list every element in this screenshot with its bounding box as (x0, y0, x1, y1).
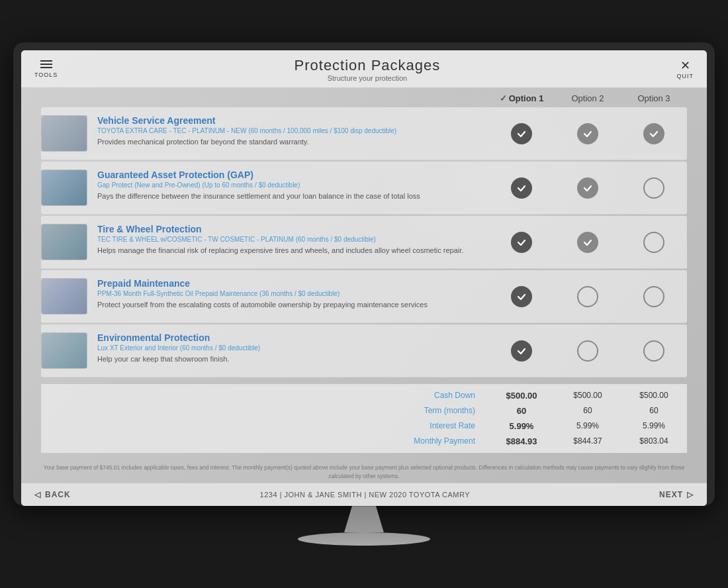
product-row-tire: Tire & Wheel Protection TEC TIRE & WHEEL… (41, 216, 687, 269)
product-desc-gap: Pays the difference between the insuranc… (97, 191, 488, 201)
product-name-prepaid: Prepaid Maintenance (97, 278, 488, 289)
footer-note: Your base payment of $745.01 includes ap… (21, 460, 707, 483)
cashdown-label: Cash Down (383, 391, 488, 400)
product-subtitle-tire: TEC TIRE & WHEEL w/COSMETIC - TW COSMETI… (97, 236, 488, 243)
product-row-gap: Guaranteed Asset Protection (GAP) Gap Pr… (41, 162, 687, 215)
bottom-bar: ◁ BACK 1234 | JOHN & JANE SMITH | NEW 20… (21, 483, 707, 506)
deal-info: 1234 | JOHN & JANE SMITH | NEW 2020 TOYO… (260, 491, 470, 499)
hamburger-icon (40, 60, 52, 68)
product-subtitle-vsa: TOYOTA EXTRA CARE - TEC - PLATINUM - NEW… (97, 127, 488, 134)
product-name-gap: Guaranteed Asset Protection (GAP) (97, 170, 488, 180)
next-arrow-icon: ▷ (687, 490, 694, 499)
option-circles-gap (488, 170, 687, 199)
tire-option3-circle[interactable] (643, 232, 664, 253)
product-desc-vsa: Provides mechanical protection far beyon… (97, 137, 488, 147)
term-col2: 60 (555, 406, 621, 415)
option-circles-tire (488, 224, 687, 253)
cashdown-col1: $500.00 (488, 391, 555, 401)
product-image-env (41, 332, 87, 369)
check-mark: ✓ (500, 93, 507, 103)
monthly-col1: $884.93 (488, 436, 555, 446)
rate-col2: 5.99% (555, 421, 621, 430)
tire-option1-circle[interactable] (511, 232, 532, 253)
monitor-stand (298, 506, 430, 546)
gap-option3-circle[interactable] (643, 177, 664, 199)
term-label: Term (months) (383, 406, 488, 415)
product-desc-prepaid: Protect yourself from the escalating cos… (97, 300, 488, 310)
product-subtitle-env: Lux XT Exterior and Interior (60 months … (97, 344, 488, 352)
term-col1: 60 (488, 406, 555, 416)
next-label: NEXT (659, 490, 683, 499)
product-row-prepaid: Prepaid Maintenance PPM-36 Month Full-Sy… (41, 270, 687, 323)
vsa-option1-circle[interactable] (511, 123, 532, 144)
product-row-env: Environmental Protection Lux XT Exterior… (41, 324, 687, 377)
page-title: Protection Packages (295, 57, 441, 74)
product-info-vsa: Vehicle Service Agreement TOYOTA EXTRA C… (97, 115, 488, 147)
tire-option2-circle[interactable] (577, 232, 598, 253)
option-circles-prepaid (488, 278, 687, 307)
next-button[interactable]: NEXT ▷ (659, 490, 694, 499)
product-name-vsa: Vehicle Service Agreement (97, 115, 488, 126)
gap-option2-circle[interactable] (577, 177, 598, 199)
prepaid-option1-circle[interactable] (511, 286, 532, 307)
product-row-vsa: Vehicle Service Agreement TOYOTA EXTRA C… (41, 107, 687, 160)
term-col3: 60 (621, 406, 687, 415)
pricing-row-cashdown: Cash Down $500.00 $500.00 $500.00 (41, 388, 687, 403)
product-info-tire: Tire & Wheel Protection TEC TIRE & WHEEL… (97, 224, 488, 256)
pricing-table: Cash Down $500.00 $500.00 $500.00 Term (… (41, 384, 687, 453)
gap-option1-circle[interactable] (511, 177, 532, 199)
product-name-env: Environmental Protection (97, 332, 488, 343)
close-icon: ✕ (680, 60, 690, 72)
option-circles-env (488, 332, 687, 362)
tools-label: TOOLS (34, 72, 58, 78)
product-info-env: Environmental Protection Lux XT Exterior… (97, 332, 488, 364)
monthly-col3: $803.04 (621, 436, 687, 446)
back-arrow-icon: ◁ (34, 490, 41, 499)
page-subtitle: Structure your protection (295, 74, 441, 82)
product-info-prepaid: Prepaid Maintenance PPM-36 Month Full-Sy… (97, 278, 488, 310)
vsa-option3-circle[interactable] (643, 123, 664, 144)
env-option2-circle[interactable] (577, 340, 598, 362)
pricing-row-monthly: Monthly Payment $884.93 $844.37 $803.04 (41, 434, 687, 449)
pricing-row-rate: Interest Rate 5.99% 5.99% 5.99% (41, 418, 687, 434)
header-center: Protection Packages Structure your prote… (295, 57, 441, 82)
product-desc-env: Help your car keep that showroom finish. (97, 354, 488, 364)
option2-header[interactable]: Option 2 (555, 93, 621, 103)
env-option3-circle[interactable] (643, 340, 664, 362)
quit-label: QUIT (676, 73, 694, 79)
product-image-prepaid (41, 278, 87, 315)
prepaid-option3-circle[interactable] (643, 286, 664, 307)
cashdown-col3: $500.00 (621, 391, 687, 400)
products-list: Vehicle Service Agreement TOYOTA EXTRA C… (41, 107, 687, 377)
option3-header[interactable]: Option 3 (621, 93, 687, 103)
tools-button[interactable]: TOOLS (34, 60, 58, 78)
option1-header[interactable]: ✓Option 1 (488, 93, 555, 103)
product-desc-tire: Helps manage the financial risk of repla… (97, 246, 488, 256)
pricing-row-term: Term (months) 60 60 60 (41, 403, 687, 418)
vsa-option2-circle[interactable] (577, 123, 598, 144)
product-image-gap (41, 170, 87, 206)
options-header: ✓Option 1 Option 2 Option 3 (41, 88, 687, 107)
rate-col1: 5.99% (488, 421, 555, 431)
monthly-col2: $844.37 (555, 436, 621, 446)
product-info-gap: Guaranteed Asset Protection (GAP) Gap Pr… (97, 170, 488, 201)
product-subtitle-gap: Gap Protect (New and Pre-Owned) (Up to 6… (97, 181, 488, 189)
option-circles-vsa (488, 115, 687, 144)
env-option1-circle[interactable] (511, 340, 532, 362)
stand-base (298, 532, 430, 546)
stand-neck (344, 506, 384, 532)
back-label: BACK (45, 490, 71, 499)
cashdown-col2: $500.00 (555, 391, 621, 400)
product-name-tire: Tire & Wheel Protection (97, 224, 488, 234)
product-subtitle-prepaid: PPM-36 Month Full-Synthetic Oil Prepaid … (97, 290, 488, 297)
prepaid-option2-circle[interactable] (577, 286, 598, 307)
monthly-label: Monthly Payment (383, 436, 488, 446)
product-image-vsa (41, 115, 87, 152)
quit-button[interactable]: ✕ QUIT (676, 60, 694, 79)
back-button[interactable]: ◁ BACK (34, 490, 71, 499)
product-image-tire (41, 224, 87, 260)
rate-col3: 5.99% (621, 421, 687, 430)
rate-label: Interest Rate (383, 421, 488, 430)
